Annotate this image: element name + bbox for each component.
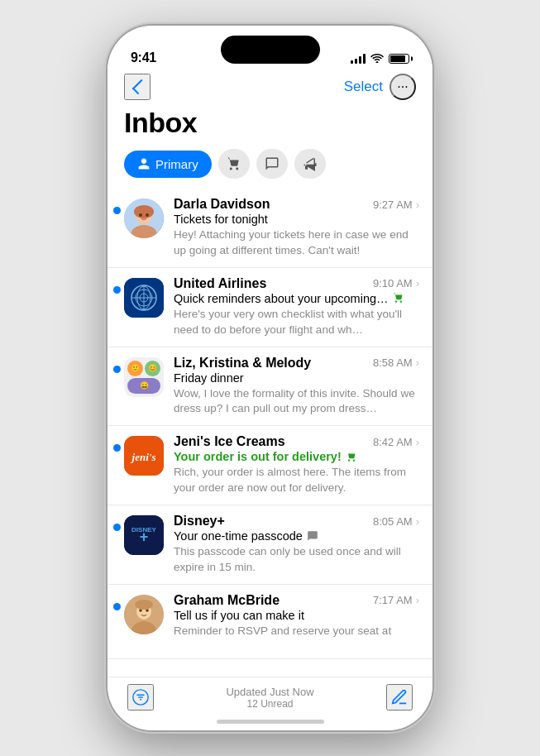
svg-point-4	[139, 213, 142, 217]
avatar-darla	[124, 199, 164, 238]
email-subject-1: Tickets for tonight	[174, 213, 268, 226]
email-subject-3: Friday dinner	[174, 371, 244, 385]
email-content-1: Darla Davidson 9:27 AM › Tickets for ton…	[174, 197, 419, 259]
email-preview-3: Wow, I love the formality of this invite…	[174, 386, 419, 418]
status-time: 9:41	[131, 50, 156, 65]
unread-dot-1	[113, 207, 121, 214]
tab-primary-label: Primary	[155, 157, 198, 171]
email-time-1: 9:27 AM	[373, 199, 413, 211]
email-time-3: 8:58 AM	[373, 356, 413, 369]
email-chevron-3: ›	[416, 356, 419, 369]
tab-promotions[interactable]	[294, 149, 326, 179]
email-sender-5: Disney+	[174, 514, 225, 529]
email-item-4[interactable]: jeni's Jeni's Ice Creams 8:42 AM › Your …	[108, 426, 432, 505]
screen: 9:41	[108, 26, 432, 730]
signal-bars-icon	[351, 54, 366, 64]
shopping-badge-2	[393, 292, 404, 306]
status-icons	[351, 52, 409, 65]
email-time-5: 8:05 AM	[373, 515, 413, 528]
avatar-disney: DISNEY +	[124, 515, 164, 555]
email-item-1[interactable]: Darla Davidson 9:27 AM › Tickets for ton…	[108, 189, 432, 268]
email-sender-6: Graham McBride	[174, 593, 280, 608]
svg-point-5	[146, 213, 149, 217]
email-item-3[interactable]: 🙂 😊 😄 Liz, Kristina & Melody 8:58 AM ›	[108, 347, 432, 427]
email-subject-2: Quick reminders about your upcoming…	[174, 292, 389, 305]
email-sender-1: Darla Davidson	[174, 197, 270, 212]
tab-primary[interactable]: Primary	[124, 151, 212, 178]
unread-dot-3	[113, 366, 121, 373]
phone-frame: 9:41	[108, 26, 432, 730]
select-button[interactable]: Select	[344, 79, 383, 95]
email-content-2: United Airlines 9:10 AM › Quick reminder…	[174, 276, 419, 338]
email-chevron-1: ›	[416, 199, 419, 211]
unread-dot-6	[113, 603, 121, 610]
page-title: Inbox	[108, 107, 432, 149]
svg-text:jeni's: jeni's	[131, 451, 156, 463]
tab-shopping[interactable]	[218, 149, 250, 179]
svg-text:+: +	[140, 529, 149, 545]
unread-dot-2	[113, 286, 121, 294]
filter-icon	[131, 688, 150, 706]
compose-button[interactable]	[386, 684, 413, 711]
dynamic-island	[221, 36, 320, 64]
email-preview-5: This passcode can only be used once and …	[174, 544, 419, 576]
nav-header: Select ···	[108, 70, 432, 107]
status-unread: 12 Unread	[154, 698, 386, 710]
avatar-jenis: jeni's	[124, 436, 164, 476]
filter-tabs: Primary	[108, 149, 432, 189]
email-sender-3: Liz, Kristina & Melody	[174, 356, 311, 371]
email-preview-6: Reminder to RSVP and reserve your seat a…	[174, 624, 419, 639]
back-button[interactable]	[124, 74, 151, 100]
email-chevron-4: ›	[416, 436, 419, 448]
nav-actions: Select ···	[344, 74, 416, 100]
megaphone-icon	[303, 156, 318, 171]
email-chevron-6: ›	[416, 594, 419, 606]
email-item-5[interactable]: DISNEY + Disney+ 8:05 AM › Your one-time…	[108, 505, 432, 585]
filter-button[interactable]	[127, 684, 154, 711]
email-item-6[interactable]: Graham McBride 7:17 AM › Tell us if you …	[108, 585, 432, 659]
avatar-graham	[124, 595, 164, 634]
status-text: Updated Just Now	[154, 686, 386, 698]
email-sender-2: United Airlines	[174, 276, 266, 291]
email-preview-1: Hey! Attaching your tickets here in case…	[174, 227, 419, 259]
home-indicator	[217, 720, 324, 724]
email-chevron-2: ›	[416, 277, 419, 289]
avatar-united	[124, 278, 164, 318]
unread-dot-4	[113, 444, 121, 452]
email-content-6: Graham McBride 7:17 AM › Tell us if you …	[174, 593, 419, 639]
email-content-4: Jeni's Ice Creams 8:42 AM › Your order i…	[174, 434, 419, 496]
email-subject-4: Your order is out for delivery!	[174, 450, 342, 463]
bottom-status: Updated Just Now 12 Unread	[154, 686, 386, 710]
chat-badge-5	[307, 530, 318, 544]
wifi-icon	[370, 52, 384, 65]
email-time-6: 7:17 AM	[373, 594, 413, 606]
back-chevron-icon	[132, 79, 147, 94]
message-icon	[265, 156, 280, 171]
compose-icon	[390, 688, 409, 706]
tab-social[interactable]	[256, 149, 288, 179]
cart-icon	[227, 156, 241, 171]
svg-point-3	[134, 205, 154, 218]
unread-dot-5	[113, 524, 121, 531]
email-chevron-5: ›	[416, 515, 419, 528]
email-sender-4: Jeni's Ice Creams	[174, 434, 285, 449]
email-time-2: 9:10 AM	[373, 277, 413, 289]
email-subject-5: Your one-time passcode	[174, 529, 303, 543]
email-item-2[interactable]: United Airlines 9:10 AM › Quick reminder…	[108, 268, 432, 347]
email-list: Darla Davidson 9:27 AM › Tickets for ton…	[108, 189, 432, 677]
more-button[interactable]: ···	[389, 74, 416, 100]
email-subject-6: Tell us if you can make it	[174, 609, 304, 622]
email-content-3: Liz, Kristina & Melody 8:58 AM › Friday …	[174, 356, 419, 418]
email-content-5: Disney+ 8:05 AM › Your one-time passcode…	[174, 514, 419, 576]
shopping-badge-4	[346, 451, 357, 465]
email-preview-2: Here's your very own checklist with what…	[174, 307, 419, 338]
svg-point-23	[135, 600, 153, 610]
avatar-group: 🙂 😊 😄	[124, 357, 164, 397]
person-icon	[137, 157, 151, 170]
email-time-4: 8:42 AM	[373, 436, 413, 448]
battery-icon	[389, 54, 409, 64]
email-preview-4: Rich, your order is almost here. The ite…	[174, 465, 419, 496]
